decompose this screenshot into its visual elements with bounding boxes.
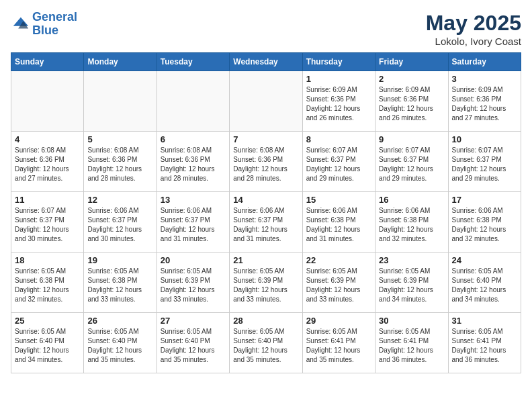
day-number: 8 [306, 134, 371, 144]
calendar-cell: 14Sunrise: 6:06 AM Sunset: 6:37 PM Dayli… [230, 192, 302, 253]
month-year: May 2025 [426, 11, 521, 36]
day-info: Sunrise: 6:05 AM Sunset: 6:41 PM Dayligh… [306, 327, 371, 365]
day-number: 15 [306, 195, 371, 205]
day-number: 2 [379, 74, 444, 84]
day-number: 30 [379, 316, 444, 326]
weekday-header-tuesday: Tuesday [157, 53, 229, 71]
day-info: Sunrise: 6:07 AM Sunset: 6:37 PM Dayligh… [452, 146, 517, 183]
calendar-cell: 19Sunrise: 6:05 AM Sunset: 6:38 PM Dayli… [84, 253, 157, 313]
calendar-week-4: 18Sunrise: 6:05 AM Sunset: 6:38 PM Dayli… [11, 253, 521, 313]
calendar-cell: 7Sunrise: 6:08 AM Sunset: 6:36 PM Daylig… [230, 132, 302, 192]
day-number: 7 [233, 134, 298, 144]
day-number: 28 [233, 316, 298, 326]
calendar-header-row: SundayMondayTuesdayWednesdayThursdayFrid… [11, 53, 521, 71]
day-info: Sunrise: 6:05 AM Sunset: 6:39 PM Dayligh… [161, 267, 226, 304]
calendar-cell: 10Sunrise: 6:07 AM Sunset: 6:37 PM Dayli… [448, 132, 521, 192]
svg-marker-0 [13, 17, 28, 26]
calendar-cell [84, 71, 157, 132]
day-number: 12 [87, 195, 152, 205]
day-info: Sunrise: 6:05 AM Sunset: 6:41 PM Dayligh… [379, 327, 444, 365]
day-number: 16 [379, 195, 444, 205]
day-number: 21 [233, 255, 298, 265]
day-number: 19 [87, 255, 152, 265]
day-number: 22 [306, 255, 371, 265]
calendar-cell: 16Sunrise: 6:06 AM Sunset: 6:38 PM Dayli… [375, 192, 448, 253]
day-info: Sunrise: 6:05 AM Sunset: 6:40 PM Dayligh… [161, 327, 226, 365]
day-number: 4 [15, 134, 80, 144]
day-info: Sunrise: 6:07 AM Sunset: 6:37 PM Dayligh… [379, 146, 444, 183]
day-number: 20 [161, 255, 226, 265]
day-info: Sunrise: 6:09 AM Sunset: 6:36 PM Dayligh… [379, 85, 444, 123]
day-info: Sunrise: 6:05 AM Sunset: 6:40 PM Dayligh… [15, 327, 80, 365]
calendar-cell: 28Sunrise: 6:05 AM Sunset: 6:40 PM Dayli… [230, 313, 302, 373]
location: Lokolo, Ivory Coast [426, 36, 521, 47]
weekday-header-monday: Monday [84, 53, 157, 71]
day-info: Sunrise: 6:06 AM Sunset: 6:37 PM Dayligh… [87, 206, 152, 244]
day-info: Sunrise: 6:08 AM Sunset: 6:36 PM Dayligh… [15, 146, 80, 183]
logo-line1: General [32, 10, 77, 24]
calendar-cell: 26Sunrise: 6:05 AM Sunset: 6:40 PM Dayli… [84, 313, 157, 373]
day-info: Sunrise: 6:05 AM Sunset: 6:39 PM Dayligh… [379, 267, 444, 304]
day-info: Sunrise: 6:08 AM Sunset: 6:36 PM Dayligh… [233, 146, 298, 183]
day-number: 27 [161, 316, 226, 326]
day-info: Sunrise: 6:06 AM Sunset: 6:37 PM Dayligh… [161, 206, 226, 244]
day-info: Sunrise: 6:07 AM Sunset: 6:37 PM Dayligh… [15, 206, 80, 244]
day-info: Sunrise: 6:08 AM Sunset: 6:36 PM Dayligh… [161, 146, 226, 183]
day-number: 14 [233, 195, 298, 205]
day-number: 6 [161, 134, 226, 144]
calendar-table: SundayMondayTuesdayWednesdayThursdayFrid… [11, 52, 521, 373]
day-info: Sunrise: 6:09 AM Sunset: 6:36 PM Dayligh… [452, 85, 517, 123]
title-block: May 2025 Lokolo, Ivory Coast [426, 11, 521, 47]
day-info: Sunrise: 6:06 AM Sunset: 6:37 PM Dayligh… [233, 206, 298, 244]
calendar-cell: 21Sunrise: 6:05 AM Sunset: 6:39 PM Dayli… [230, 253, 302, 313]
weekday-header-thursday: Thursday [302, 53, 375, 71]
calendar-week-1: 1Sunrise: 6:09 AM Sunset: 6:36 PM Daylig… [11, 71, 521, 132]
calendar-cell: 3Sunrise: 6:09 AM Sunset: 6:36 PM Daylig… [448, 71, 521, 132]
calendar-cell: 31Sunrise: 6:05 AM Sunset: 6:41 PM Dayli… [448, 313, 521, 373]
logo-line2: Blue [32, 24, 58, 37]
calendar-cell: 27Sunrise: 6:05 AM Sunset: 6:40 PM Dayli… [157, 313, 229, 373]
calendar-cell: 18Sunrise: 6:05 AM Sunset: 6:38 PM Dayli… [11, 253, 84, 313]
day-number: 1 [306, 74, 371, 84]
day-number: 9 [379, 134, 444, 144]
calendar-week-3: 11Sunrise: 6:07 AM Sunset: 6:37 PM Dayli… [11, 192, 521, 253]
calendar-cell: 12Sunrise: 6:06 AM Sunset: 6:37 PM Dayli… [84, 192, 157, 253]
day-info: Sunrise: 6:08 AM Sunset: 6:36 PM Dayligh… [87, 146, 152, 183]
calendar-cell: 8Sunrise: 6:07 AM Sunset: 6:37 PM Daylig… [302, 132, 375, 192]
day-info: Sunrise: 6:05 AM Sunset: 6:40 PM Dayligh… [233, 327, 298, 365]
day-number: 31 [452, 316, 517, 326]
day-number: 17 [452, 195, 517, 205]
day-number: 13 [161, 195, 226, 205]
logo-text: General Blue [32, 11, 77, 38]
calendar-cell: 17Sunrise: 6:06 AM Sunset: 6:38 PM Dayli… [448, 192, 521, 253]
day-info: Sunrise: 6:05 AM Sunset: 6:40 PM Dayligh… [87, 327, 152, 365]
day-info: Sunrise: 6:06 AM Sunset: 6:38 PM Dayligh… [306, 206, 371, 244]
day-number: 25 [15, 316, 80, 326]
day-number: 23 [379, 255, 444, 265]
calendar-cell [11, 71, 84, 132]
day-info: Sunrise: 6:05 AM Sunset: 6:41 PM Dayligh… [452, 327, 517, 365]
day-number: 5 [87, 134, 152, 144]
calendar-week-5: 25Sunrise: 6:05 AM Sunset: 6:40 PM Dayli… [11, 313, 521, 373]
calendar-cell: 29Sunrise: 6:05 AM Sunset: 6:41 PM Dayli… [302, 313, 375, 373]
calendar-cell: 4Sunrise: 6:08 AM Sunset: 6:36 PM Daylig… [11, 132, 84, 192]
day-info: Sunrise: 6:05 AM Sunset: 6:38 PM Dayligh… [15, 267, 80, 304]
weekday-header-wednesday: Wednesday [230, 53, 302, 71]
day-number: 24 [452, 255, 517, 265]
logo: General Blue [11, 11, 77, 38]
calendar-cell [230, 71, 302, 132]
calendar-cell: 22Sunrise: 6:05 AM Sunset: 6:39 PM Dayli… [302, 253, 375, 313]
weekday-header-saturday: Saturday [448, 53, 521, 71]
day-info: Sunrise: 6:05 AM Sunset: 6:40 PM Dayligh… [452, 267, 517, 304]
calendar-body: 1Sunrise: 6:09 AM Sunset: 6:36 PM Daylig… [11, 71, 521, 373]
logo-icon [11, 15, 30, 34]
weekday-header-friday: Friday [375, 53, 448, 71]
day-number: 11 [15, 195, 80, 205]
day-number: 3 [452, 74, 517, 84]
calendar-cell: 9Sunrise: 6:07 AM Sunset: 6:37 PM Daylig… [375, 132, 448, 192]
day-info: Sunrise: 6:09 AM Sunset: 6:36 PM Dayligh… [306, 85, 371, 123]
calendar-cell: 30Sunrise: 6:05 AM Sunset: 6:41 PM Dayli… [375, 313, 448, 373]
calendar-cell: 25Sunrise: 6:05 AM Sunset: 6:40 PM Dayli… [11, 313, 84, 373]
day-info: Sunrise: 6:05 AM Sunset: 6:39 PM Dayligh… [306, 267, 371, 304]
page-header: General Blue May 2025 Lokolo, Ivory Coas… [11, 11, 521, 47]
